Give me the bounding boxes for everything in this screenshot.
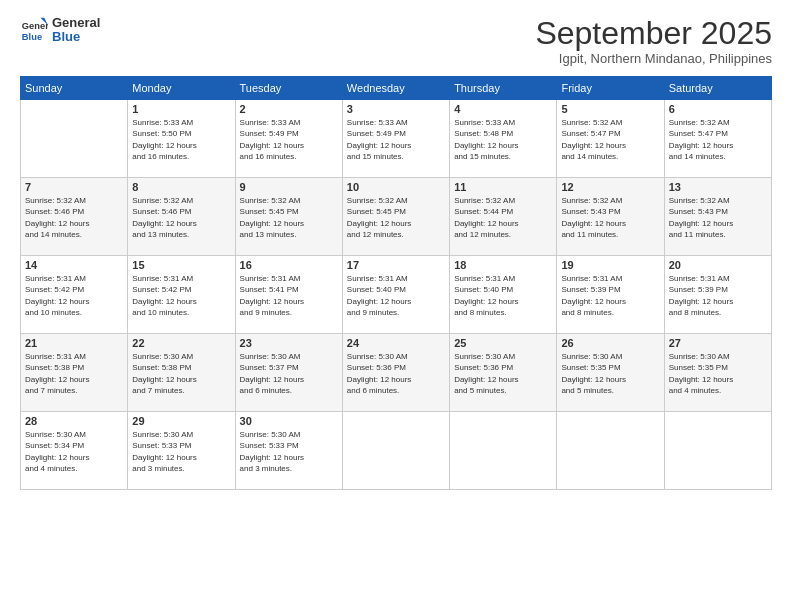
day-info: Sunrise: 5:30 AM Sunset: 5:38 PM Dayligh… — [132, 351, 230, 396]
calendar-cell: 21Sunrise: 5:31 AM Sunset: 5:38 PM Dayli… — [21, 334, 128, 412]
day-number: 18 — [454, 259, 552, 271]
dow-header-friday: Friday — [557, 77, 664, 100]
dow-header-saturday: Saturday — [664, 77, 771, 100]
day-number: 9 — [240, 181, 338, 193]
day-number: 20 — [669, 259, 767, 271]
day-number: 29 — [132, 415, 230, 427]
day-number: 14 — [25, 259, 123, 271]
calendar-cell — [342, 412, 449, 490]
calendar-cell: 11Sunrise: 5:32 AM Sunset: 5:44 PM Dayli… — [450, 178, 557, 256]
calendar-cell: 4Sunrise: 5:33 AM Sunset: 5:48 PM Daylig… — [450, 100, 557, 178]
dow-header-wednesday: Wednesday — [342, 77, 449, 100]
day-info: Sunrise: 5:33 AM Sunset: 5:50 PM Dayligh… — [132, 117, 230, 162]
day-number: 25 — [454, 337, 552, 349]
logo-blue: Blue — [52, 30, 100, 44]
day-number: 21 — [25, 337, 123, 349]
day-info: Sunrise: 5:31 AM Sunset: 5:40 PM Dayligh… — [347, 273, 445, 318]
calendar-cell: 2Sunrise: 5:33 AM Sunset: 5:49 PM Daylig… — [235, 100, 342, 178]
day-info: Sunrise: 5:30 AM Sunset: 5:33 PM Dayligh… — [240, 429, 338, 474]
day-info: Sunrise: 5:33 AM Sunset: 5:48 PM Dayligh… — [454, 117, 552, 162]
day-info: Sunrise: 5:32 AM Sunset: 5:44 PM Dayligh… — [454, 195, 552, 240]
day-info: Sunrise: 5:30 AM Sunset: 5:37 PM Dayligh… — [240, 351, 338, 396]
day-number: 19 — [561, 259, 659, 271]
day-info: Sunrise: 5:30 AM Sunset: 5:35 PM Dayligh… — [669, 351, 767, 396]
day-number: 13 — [669, 181, 767, 193]
calendar-cell: 14Sunrise: 5:31 AM Sunset: 5:42 PM Dayli… — [21, 256, 128, 334]
day-info: Sunrise: 5:32 AM Sunset: 5:45 PM Dayligh… — [347, 195, 445, 240]
svg-text:Blue: Blue — [22, 33, 42, 43]
week-row-1: 1Sunrise: 5:33 AM Sunset: 5:50 PM Daylig… — [21, 100, 772, 178]
logo-icon: General Blue — [20, 16, 48, 44]
day-number: 12 — [561, 181, 659, 193]
week-row-5: 28Sunrise: 5:30 AM Sunset: 5:34 PM Dayli… — [21, 412, 772, 490]
day-info: Sunrise: 5:32 AM Sunset: 5:46 PM Dayligh… — [132, 195, 230, 240]
day-info: Sunrise: 5:32 AM Sunset: 5:46 PM Dayligh… — [25, 195, 123, 240]
calendar-cell: 15Sunrise: 5:31 AM Sunset: 5:42 PM Dayli… — [128, 256, 235, 334]
calendar-cell: 23Sunrise: 5:30 AM Sunset: 5:37 PM Dayli… — [235, 334, 342, 412]
day-number: 24 — [347, 337, 445, 349]
calendar-body: 1Sunrise: 5:33 AM Sunset: 5:50 PM Daylig… — [21, 100, 772, 490]
day-info: Sunrise: 5:31 AM Sunset: 5:39 PM Dayligh… — [561, 273, 659, 318]
day-number: 3 — [347, 103, 445, 115]
day-number: 11 — [454, 181, 552, 193]
day-info: Sunrise: 5:32 AM Sunset: 5:43 PM Dayligh… — [669, 195, 767, 240]
calendar-cell: 18Sunrise: 5:31 AM Sunset: 5:40 PM Dayli… — [450, 256, 557, 334]
day-info: Sunrise: 5:32 AM Sunset: 5:43 PM Dayligh… — [561, 195, 659, 240]
day-of-week-row: SundayMondayTuesdayWednesdayThursdayFrid… — [21, 77, 772, 100]
day-number: 26 — [561, 337, 659, 349]
calendar-cell: 12Sunrise: 5:32 AM Sunset: 5:43 PM Dayli… — [557, 178, 664, 256]
day-number: 6 — [669, 103, 767, 115]
logo: General Blue General Blue — [20, 16, 100, 45]
calendar-cell: 10Sunrise: 5:32 AM Sunset: 5:45 PM Dayli… — [342, 178, 449, 256]
logo-general: General — [52, 16, 100, 30]
calendar-cell: 25Sunrise: 5:30 AM Sunset: 5:36 PM Dayli… — [450, 334, 557, 412]
day-info: Sunrise: 5:30 AM Sunset: 5:36 PM Dayligh… — [347, 351, 445, 396]
calendar-cell: 17Sunrise: 5:31 AM Sunset: 5:40 PM Dayli… — [342, 256, 449, 334]
day-number: 8 — [132, 181, 230, 193]
day-number: 27 — [669, 337, 767, 349]
calendar-cell — [21, 100, 128, 178]
day-info: Sunrise: 5:33 AM Sunset: 5:49 PM Dayligh… — [347, 117, 445, 162]
calendar-cell: 5Sunrise: 5:32 AM Sunset: 5:47 PM Daylig… — [557, 100, 664, 178]
dow-header-tuesday: Tuesday — [235, 77, 342, 100]
calendar-cell: 9Sunrise: 5:32 AM Sunset: 5:45 PM Daylig… — [235, 178, 342, 256]
day-number: 22 — [132, 337, 230, 349]
calendar-cell: 22Sunrise: 5:30 AM Sunset: 5:38 PM Dayli… — [128, 334, 235, 412]
day-number: 17 — [347, 259, 445, 271]
day-number: 2 — [240, 103, 338, 115]
day-info: Sunrise: 5:31 AM Sunset: 5:40 PM Dayligh… — [454, 273, 552, 318]
day-info: Sunrise: 5:31 AM Sunset: 5:42 PM Dayligh… — [25, 273, 123, 318]
calendar-cell: 29Sunrise: 5:30 AM Sunset: 5:33 PM Dayli… — [128, 412, 235, 490]
day-info: Sunrise: 5:32 AM Sunset: 5:45 PM Dayligh… — [240, 195, 338, 240]
day-number: 7 — [25, 181, 123, 193]
week-row-3: 14Sunrise: 5:31 AM Sunset: 5:42 PM Dayli… — [21, 256, 772, 334]
day-info: Sunrise: 5:31 AM Sunset: 5:41 PM Dayligh… — [240, 273, 338, 318]
dow-header-monday: Monday — [128, 77, 235, 100]
day-info: Sunrise: 5:32 AM Sunset: 5:47 PM Dayligh… — [669, 117, 767, 162]
calendar-cell: 3Sunrise: 5:33 AM Sunset: 5:49 PM Daylig… — [342, 100, 449, 178]
day-number: 15 — [132, 259, 230, 271]
day-number: 16 — [240, 259, 338, 271]
day-number: 30 — [240, 415, 338, 427]
svg-text:General: General — [22, 21, 48, 31]
calendar-cell: 8Sunrise: 5:32 AM Sunset: 5:46 PM Daylig… — [128, 178, 235, 256]
week-row-4: 21Sunrise: 5:31 AM Sunset: 5:38 PM Dayli… — [21, 334, 772, 412]
calendar-cell: 16Sunrise: 5:31 AM Sunset: 5:41 PM Dayli… — [235, 256, 342, 334]
day-info: Sunrise: 5:30 AM Sunset: 5:36 PM Dayligh… — [454, 351, 552, 396]
day-number: 4 — [454, 103, 552, 115]
calendar-cell: 26Sunrise: 5:30 AM Sunset: 5:35 PM Dayli… — [557, 334, 664, 412]
calendar-cell: 20Sunrise: 5:31 AM Sunset: 5:39 PM Dayli… — [664, 256, 771, 334]
day-info: Sunrise: 5:31 AM Sunset: 5:38 PM Dayligh… — [25, 351, 123, 396]
calendar-table: SundayMondayTuesdayWednesdayThursdayFrid… — [20, 76, 772, 490]
day-info: Sunrise: 5:31 AM Sunset: 5:42 PM Dayligh… — [132, 273, 230, 318]
calendar-cell: 19Sunrise: 5:31 AM Sunset: 5:39 PM Dayli… — [557, 256, 664, 334]
week-row-2: 7Sunrise: 5:32 AM Sunset: 5:46 PM Daylig… — [21, 178, 772, 256]
dow-header-thursday: Thursday — [450, 77, 557, 100]
calendar-cell: 27Sunrise: 5:30 AM Sunset: 5:35 PM Dayli… — [664, 334, 771, 412]
day-number: 5 — [561, 103, 659, 115]
day-info: Sunrise: 5:30 AM Sunset: 5:35 PM Dayligh… — [561, 351, 659, 396]
calendar-cell: 1Sunrise: 5:33 AM Sunset: 5:50 PM Daylig… — [128, 100, 235, 178]
day-number: 23 — [240, 337, 338, 349]
calendar-cell — [557, 412, 664, 490]
day-info: Sunrise: 5:30 AM Sunset: 5:33 PM Dayligh… — [132, 429, 230, 474]
